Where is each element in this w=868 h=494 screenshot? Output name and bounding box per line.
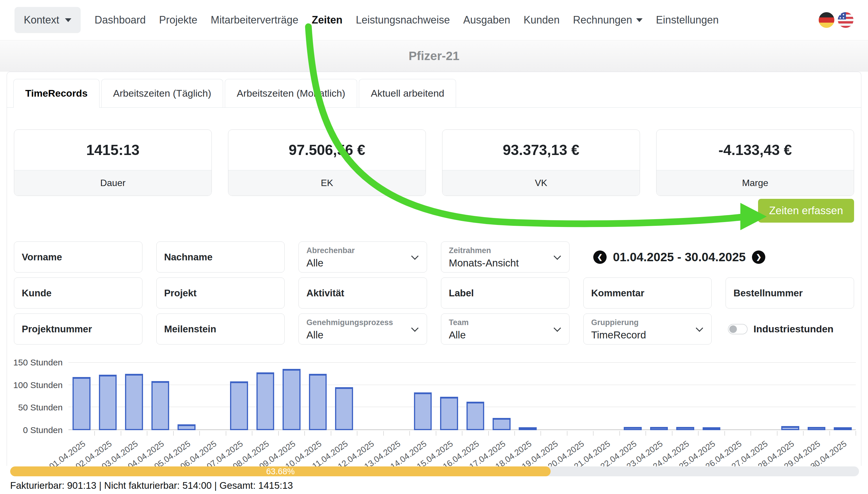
filter-grid: Abrechenbar Alle Zeitrahmen Monats-Ansic…: [14, 242, 854, 344]
nav-item-label: Projekte: [159, 14, 197, 26]
language-switcher: [819, 12, 853, 28]
chart-column: 09.04.2025: [278, 362, 304, 430]
vorname-field[interactable]: [14, 242, 142, 272]
zeitrahmen-value: Monats-Ansicht: [449, 257, 549, 269]
nav-item-mitarbeitervertr-ge[interactable]: Mitarbeiterverträge: [211, 14, 298, 26]
team-label: Team: [449, 318, 549, 327]
stat-card-value: 1415:13: [14, 130, 212, 170]
context-dropdown-button[interactable]: Kontext: [15, 7, 81, 33]
vorname-input[interactable]: [22, 252, 135, 263]
kommentar-input[interactable]: [591, 288, 704, 299]
chart-bar: [703, 427, 721, 430]
stat-card-label: EK: [228, 170, 426, 196]
projekt-input[interactable]: [164, 288, 277, 299]
hours-bar-chart: 0 Stunden50 Stunden100 Stunden150 Stunde…: [14, 362, 858, 471]
stat-card-label: Marge: [656, 170, 854, 196]
abrechenbar-value: Alle: [307, 257, 407, 269]
zeiten-erfassen-button[interactable]: Zeiten erfassen: [758, 199, 854, 223]
top-navbar: Kontext DashboardProjekteMitarbeitervert…: [0, 0, 868, 40]
nav-item-ausgaben[interactable]: Ausgaben: [463, 14, 510, 26]
german-flag-icon[interactable]: [819, 12, 834, 28]
nav-item-rechnungen[interactable]: Rechnungen: [573, 14, 643, 26]
chart-column: 20.04.2025: [567, 362, 593, 430]
nav-item-label: Einstellungen: [656, 14, 718, 26]
chart-column: 27.04.2025: [751, 362, 777, 430]
nav-item-einstellungen[interactable]: Einstellungen: [656, 14, 718, 26]
progress-fill: 63.68%: [10, 467, 551, 476]
abrechenbar-select[interactable]: Abrechenbar Alle: [298, 242, 427, 272]
nav-item-dashboard[interactable]: Dashboard: [95, 14, 146, 26]
chart-column: 22.04.2025: [620, 362, 646, 430]
genehmigungsprozess-select[interactable]: Genehmigungsprozess Alle: [298, 314, 427, 344]
aktivitaet-input[interactable]: [307, 288, 419, 299]
stat-card-vk: 93.373,13 €VK: [442, 130, 640, 196]
progress-percent-label: 63.68%: [266, 467, 294, 476]
kunde-field[interactable]: [14, 278, 142, 308]
chart-column: 23.04.2025: [646, 362, 672, 430]
chart-column: 08.04.2025: [252, 362, 278, 430]
tab-aktuell-arbeitend[interactable]: Aktuell arbeitend: [359, 79, 456, 108]
projektnummer-field[interactable]: [14, 314, 142, 344]
chart-bar: [519, 427, 537, 430]
nav-item-label: Kunden: [524, 14, 559, 26]
kunde-input[interactable]: [22, 288, 135, 299]
chart-column: 12.04.2025: [357, 362, 383, 430]
nav-item-label: Rechnungen: [573, 14, 632, 26]
context-dropdown-label: Kontext: [24, 14, 59, 26]
industriestunden-toggle[interactable]: [728, 324, 748, 334]
page-title: Pfizer-21: [409, 49, 459, 63]
chart-bar: [834, 427, 852, 430]
tab-arbeitszeiten-t-glich[interactable]: Arbeitszeiten (Täglich): [101, 79, 223, 108]
label-input[interactable]: [449, 288, 561, 299]
projekt-field[interactable]: [156, 278, 285, 308]
nav-item-kunden[interactable]: Kunden: [524, 14, 559, 26]
chart-bar: [467, 402, 485, 430]
toggle-knob-icon: [729, 325, 737, 333]
nav-item-leistungsnachweise[interactable]: Leistungsnachweise: [356, 14, 450, 26]
bestellnummer-field[interactable]: [726, 278, 854, 308]
chart-column: 05.04.2025: [174, 362, 200, 430]
tab-arbeitszeiten-monatlich[interactable]: Arbeitszeiten (Monatlich): [225, 79, 357, 108]
bestellnummer-input[interactable]: [733, 288, 846, 299]
chart-column: 11.04.2025: [331, 362, 357, 430]
us-flag-icon[interactable]: [838, 12, 853, 28]
chart-bar: [125, 374, 143, 430]
chart-column: 19.04.2025: [541, 362, 567, 430]
gruppierung-select[interactable]: Gruppierung TimeRecord: [584, 314, 712, 344]
gruppierung-value: TimeRecord: [591, 329, 691, 341]
nachname-input[interactable]: [164, 252, 277, 263]
y-axis-tick-label: 50 Stunden: [18, 403, 63, 413]
projektnummer-input[interactable]: [22, 324, 135, 335]
team-select[interactable]: Team Alle: [441, 314, 570, 344]
chart-bar: [309, 374, 327, 430]
chart-column: 25.04.2025: [698, 362, 724, 430]
caret-down-icon: [65, 18, 71, 22]
next-period-button[interactable]: ❯: [752, 250, 765, 264]
previous-period-button[interactable]: ❮: [593, 250, 607, 264]
chart-bar: [73, 377, 91, 430]
tab-timerecords[interactable]: TimeRecords: [13, 79, 99, 108]
chart-bar: [414, 393, 432, 430]
tab-bar: TimeRecordsArbeitszeiten (Täglich)Arbeit…: [7, 72, 861, 108]
nav-item-zeiten[interactable]: Zeiten: [312, 14, 342, 26]
main-panel: TimeRecordsArbeitszeiten (Täglich)Arbeit…: [7, 72, 861, 466]
meilenstein-field[interactable]: [156, 314, 285, 344]
nav-item-label: Mitarbeiterverträge: [211, 14, 298, 26]
date-range-picker: ❮ 01.04.2025 - 30.04.2025 ❯: [584, 242, 854, 272]
y-axis-tick-label: 100 Stunden: [13, 380, 63, 390]
chevron-down-icon: [696, 324, 703, 331]
zeitrahmen-select[interactable]: Zeitrahmen Monats-Ansicht: [441, 242, 570, 272]
chart-column: 16.04.2025: [462, 362, 488, 430]
nachname-field[interactable]: [156, 242, 285, 272]
chart-bar: [282, 369, 300, 430]
aktivitaet-field[interactable]: [298, 278, 427, 308]
nav-item-projekte[interactable]: Projekte: [159, 14, 197, 26]
chart-column: 06.04.2025: [200, 362, 226, 430]
chart-bar: [99, 375, 117, 430]
y-axis-labels: 0 Stunden50 Stunden100 Stunden150 Stunde…: [14, 362, 63, 430]
kommentar-field[interactable]: [584, 278, 712, 308]
stat-card-value: 97.506,56 €: [228, 130, 426, 170]
chart-bar: [493, 418, 511, 430]
label-field[interactable]: [441, 278, 570, 308]
meilenstein-input[interactable]: [164, 324, 277, 335]
